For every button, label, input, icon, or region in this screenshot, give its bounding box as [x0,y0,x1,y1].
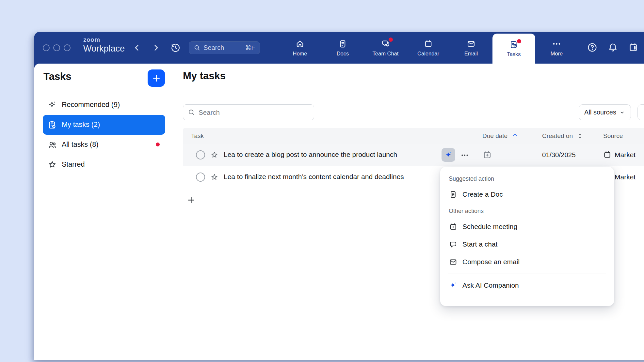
add-due-date-icon[interactable] [482,150,492,160]
calendar-icon [424,39,433,49]
menu-item-start-chat[interactable]: Start a chat [440,235,614,253]
home-icon [295,39,305,49]
logo-zoom-text: zoom [83,36,125,43]
source-value: Market [615,173,636,181]
tab-team-chat[interactable]: Team Chat [364,32,407,64]
sidebar-list: Recommended (9) My tasks (2) All tasks (… [43,95,165,174]
search-shortcut: ⌘F [245,44,255,52]
tab-more[interactable]: More [535,32,578,64]
side-panel-calendar-icon[interactable] [628,42,639,53]
sidebar-title: Tasks [43,71,72,83]
ai-companion-actions-button[interactable] [442,148,455,162]
chat-bubble-icon [449,240,458,249]
tab-email[interactable]: Email [450,32,492,64]
sidebar-item-all-tasks[interactable]: All tasks (8) [43,135,165,155]
column-header-source[interactable]: Source [603,128,623,144]
tasks-notification-dot [517,39,521,43]
menu-item-ask-ai-companion[interactable]: Ask AI Companion [440,277,614,294]
page-title: My tasks [183,70,226,82]
window-control-close[interactable] [43,44,50,51]
clipped-filter-button[interactable] [637,104,644,120]
clipboard-check-icon [47,120,57,130]
ai-companion-icon [444,151,453,159]
search-icon [194,44,201,51]
forward-icon[interactable] [152,43,160,52]
email-icon [466,39,476,49]
sort-toggle-icon[interactable] [577,133,583,139]
calendar-plus-icon [449,222,458,231]
tab-calendar[interactable]: Calendar [407,32,450,64]
menu-divider [448,274,606,274]
window-control-minimize[interactable] [53,44,60,51]
add-task-button[interactable] [187,196,196,204]
team-chat-notification-dot [389,38,393,42]
notifications-bell-icon[interactable] [607,42,618,53]
chevron-down-icon [619,109,625,116]
search-icon [188,109,195,116]
zoom-workplace-window: zoom Workplace Search ⌘F Home Docs Team … [34,32,644,360]
logo-workplace-text: Workplace [83,44,125,54]
tasks-sidebar: Tasks Recommended (9) My tasks (2) All t… [34,64,173,360]
task-title[interactable]: Lea to finalize next month’s content cal… [224,173,404,181]
all-tasks-notification-dot [156,143,160,146]
source-value: Market [615,151,636,159]
star-icon [47,160,57,170]
menu-item-create-doc[interactable]: Create a Doc [440,186,614,203]
menu-item-schedule-meeting[interactable]: Schedule meeting [440,218,614,235]
suggested-actions-menu: Suggested action Create a Doc Other acti… [440,167,614,306]
plus-icon [152,74,161,83]
task-row[interactable]: Lea to create a blog post to announce th… [183,144,644,166]
star-icon[interactable] [210,151,219,159]
menu-section-label: Suggested action [440,174,614,186]
menu-item-compose-email[interactable]: Compose an email [440,253,614,271]
help-icon[interactable] [587,42,598,53]
column-header-task[interactable]: Task [191,128,204,144]
star-icon[interactable] [210,173,219,182]
sparkle-icon [47,100,57,110]
task-search-input[interactable] [199,109,309,116]
task-search-field[interactable] [183,104,314,120]
sidebar-item-starred[interactable]: Starred [43,155,165,174]
global-search-label: Search [203,44,224,52]
sources-filter-dropdown[interactable]: All sources [579,104,631,120]
column-header-due-date[interactable]: Due date [482,128,519,144]
doc-icon [449,190,458,199]
tab-docs[interactable]: Docs [321,32,364,64]
envelope-icon [449,258,458,266]
sidebar-item-recommended[interactable]: Recommended (9) [43,95,165,115]
more-actions-icon[interactable] [460,151,469,159]
task-title[interactable]: Lea to create a blog post to announce th… [224,151,397,158]
sort-ascending-icon[interactable] [511,132,519,140]
created-on-value: 01/30/2025 [542,151,576,159]
back-icon[interactable] [133,43,141,52]
task-complete-checkbox[interactable] [196,150,205,159]
more-icon [552,39,561,49]
sidebar-item-my-tasks[interactable]: My tasks (2) [43,115,165,135]
tab-tasks[interactable]: Tasks [492,34,535,64]
table-header: Task Due date Created on Source [183,128,644,144]
column-header-created-on[interactable]: Created on [542,128,583,144]
history-icon[interactable] [170,42,181,53]
window-control-zoom[interactable] [64,44,71,51]
new-task-button[interactable] [148,69,165,87]
menu-section-label: Other actions [440,203,614,218]
ai-companion-icon [449,281,458,290]
global-search-button[interactable]: Search ⌘F [189,41,260,54]
titlebar-right-actions [587,42,639,53]
source-calendar-icon [603,150,612,159]
docs-icon [338,39,347,49]
task-complete-checkbox[interactable] [196,173,205,182]
tab-home[interactable]: Home [279,32,321,64]
people-icon [47,140,57,150]
main-navigation: Home Docs Team Chat Calendar Email [279,32,578,64]
zoom-workplace-logo: zoom Workplace [83,36,125,54]
titlebar: zoom Workplace Search ⌘F Home Docs Team … [34,32,644,64]
